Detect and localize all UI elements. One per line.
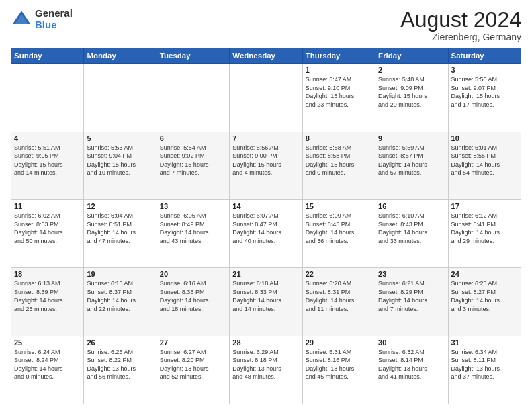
header-monday: Monday <box>84 48 157 64</box>
calendar-cell-w4-d1: 26Sunrise: 6:26 AM Sunset: 8:22 PM Dayli… <box>84 336 157 404</box>
day-info: Sunrise: 5:56 AM Sunset: 9:00 PM Dayligh… <box>232 144 299 177</box>
calendar-cell-w3-d4: 22Sunrise: 6:20 AM Sunset: 8:31 PM Dayli… <box>302 268 375 336</box>
week-row-1: 4Sunrise: 5:51 AM Sunset: 9:05 PM Daylig… <box>11 132 521 199</box>
calendar-cell-w1-d4: 8Sunrise: 5:58 AM Sunset: 8:58 PM Daylig… <box>302 132 375 199</box>
day-number: 17 <box>451 202 518 210</box>
week-row-2: 11Sunrise: 6:02 AM Sunset: 8:53 PM Dayli… <box>11 199 521 267</box>
day-info: Sunrise: 6:04 AM Sunset: 8:51 PM Dayligh… <box>87 212 153 245</box>
day-number: 31 <box>451 338 518 347</box>
calendar-cell-w4-d0: 25Sunrise: 6:24 AM Sunset: 8:24 PM Dayli… <box>11 336 84 404</box>
calendar-cell-w0-d6: 3Sunrise: 5:50 AM Sunset: 9:07 PM Daylig… <box>448 64 521 132</box>
calendar-cell-w4-d2: 27Sunrise: 6:27 AM Sunset: 8:20 PM Dayli… <box>157 336 229 404</box>
page: General Blue August 2024 Zierenberg, Ger… <box>0 0 532 411</box>
day-info: Sunrise: 6:21 AM Sunset: 8:29 PM Dayligh… <box>378 279 445 313</box>
calendar-cell-w2-d2: 13Sunrise: 6:05 AM Sunset: 8:49 PM Dayli… <box>157 199 229 267</box>
day-info: Sunrise: 6:31 AM Sunset: 8:16 PM Dayligh… <box>306 348 372 381</box>
day-info: Sunrise: 6:12 AM Sunset: 8:41 PM Dayligh… <box>451 212 518 245</box>
day-number: 5 <box>87 134 153 142</box>
calendar-cell-w4-d3: 28Sunrise: 6:29 AM Sunset: 8:18 PM Dayli… <box>230 336 302 404</box>
week-row-4: 25Sunrise: 6:24 AM Sunset: 8:24 PM Dayli… <box>11 336 521 404</box>
day-info: Sunrise: 6:13 AM Sunset: 8:39 PM Dayligh… <box>14 279 81 313</box>
day-number: 10 <box>451 134 518 142</box>
week-row-0: 1Sunrise: 5:47 AM Sunset: 9:10 PM Daylig… <box>11 64 521 132</box>
calendar-cell-w2-d1: 12Sunrise: 6:04 AM Sunset: 8:51 PM Dayli… <box>84 199 157 267</box>
calendar-cell-w4-d5: 30Sunrise: 6:32 AM Sunset: 8:14 PM Dayli… <box>375 336 448 404</box>
day-info: Sunrise: 5:54 AM Sunset: 9:02 PM Dayligh… <box>160 144 226 177</box>
day-number: 27 <box>160 338 226 347</box>
header-wednesday: Wednesday <box>230 48 302 64</box>
calendar-cell-w2-d6: 17Sunrise: 6:12 AM Sunset: 8:41 PM Dayli… <box>448 199 521 267</box>
calendar-cell-w0-d5: 2Sunrise: 5:48 AM Sunset: 9:09 PM Daylig… <box>375 64 448 132</box>
week-row-3: 18Sunrise: 6:13 AM Sunset: 8:39 PM Dayli… <box>11 268 521 336</box>
day-info: Sunrise: 6:16 AM Sunset: 8:35 PM Dayligh… <box>160 279 226 313</box>
calendar-cell-w4-d4: 29Sunrise: 6:31 AM Sunset: 8:16 PM Dayli… <box>302 336 375 404</box>
location-subtitle: Zierenberg, Germany <box>400 32 521 42</box>
day-info: Sunrise: 6:15 AM Sunset: 8:37 PM Dayligh… <box>87 279 153 313</box>
day-number: 13 <box>160 202 226 210</box>
day-number: 25 <box>14 338 81 347</box>
day-info: Sunrise: 6:01 AM Sunset: 8:55 PM Dayligh… <box>451 144 518 177</box>
day-info: Sunrise: 6:20 AM Sunset: 8:31 PM Dayligh… <box>306 279 372 313</box>
day-info: Sunrise: 6:29 AM Sunset: 8:18 PM Dayligh… <box>232 348 299 381</box>
day-number: 3 <box>451 66 518 74</box>
day-number: 24 <box>451 270 518 278</box>
day-info: Sunrise: 6:32 AM Sunset: 8:14 PM Dayligh… <box>378 348 445 381</box>
calendar-cell-w3-d5: 23Sunrise: 6:21 AM Sunset: 8:29 PM Dayli… <box>375 268 448 336</box>
day-number: 4 <box>14 134 81 142</box>
calendar-cell-w2-d3: 14Sunrise: 6:07 AM Sunset: 8:47 PM Dayli… <box>230 199 302 267</box>
day-number: 2 <box>378 66 445 74</box>
calendar-cell-w0-d2 <box>157 64 229 132</box>
logo-text: General Blue <box>35 8 73 30</box>
day-info: Sunrise: 6:34 AM Sunset: 8:11 PM Dayligh… <box>451 348 518 381</box>
calendar-cell-w3-d3: 21Sunrise: 6:18 AM Sunset: 8:33 PM Dayli… <box>230 268 302 336</box>
calendar-cell-w1-d1: 5Sunrise: 5:53 AM Sunset: 9:04 PM Daylig… <box>84 132 157 199</box>
calendar-cell-w0-d4: 1Sunrise: 5:47 AM Sunset: 9:10 PM Daylig… <box>302 64 375 132</box>
logo: General Blue <box>11 8 73 30</box>
logo-icon <box>11 9 32 30</box>
day-info: Sunrise: 6:10 AM Sunset: 8:43 PM Dayligh… <box>378 212 445 245</box>
day-number: 30 <box>378 338 445 347</box>
day-info: Sunrise: 5:48 AM Sunset: 9:09 PM Dayligh… <box>378 75 445 109</box>
header-thursday: Thursday <box>302 48 375 64</box>
day-number: 28 <box>232 338 299 347</box>
calendar-cell-w1-d6: 10Sunrise: 6:01 AM Sunset: 8:55 PM Dayli… <box>448 132 521 199</box>
calendar-cell-w3-d0: 18Sunrise: 6:13 AM Sunset: 8:39 PM Dayli… <box>11 268 84 336</box>
day-number: 29 <box>306 338 372 347</box>
calendar-cell-w3-d6: 24Sunrise: 6:23 AM Sunset: 8:27 PM Dayli… <box>448 268 521 336</box>
logo-general-text: General <box>35 8 73 19</box>
calendar-cell-w1-d5: 9Sunrise: 5:59 AM Sunset: 8:57 PM Daylig… <box>375 132 448 199</box>
calendar-cell-w3-d1: 19Sunrise: 6:15 AM Sunset: 8:37 PM Dayli… <box>84 268 157 336</box>
calendar-cell-w1-d0: 4Sunrise: 5:51 AM Sunset: 9:05 PM Daylig… <box>11 132 84 199</box>
calendar-cell-w0-d0 <box>11 64 84 132</box>
day-info: Sunrise: 5:51 AM Sunset: 9:05 PM Dayligh… <box>14 144 81 177</box>
day-info: Sunrise: 5:59 AM Sunset: 8:57 PM Dayligh… <box>378 144 445 177</box>
day-info: Sunrise: 5:53 AM Sunset: 9:04 PM Dayligh… <box>87 144 153 177</box>
header-saturday: Saturday <box>448 48 521 64</box>
day-number: 6 <box>160 134 226 142</box>
day-info: Sunrise: 6:23 AM Sunset: 8:27 PM Dayligh… <box>451 279 518 313</box>
day-number: 15 <box>306 202 372 210</box>
calendar-cell-w2-d4: 15Sunrise: 6:09 AM Sunset: 8:45 PM Dayli… <box>302 199 375 267</box>
day-info: Sunrise: 6:24 AM Sunset: 8:24 PM Dayligh… <box>14 348 81 381</box>
day-number: 20 <box>160 270 226 278</box>
header-tuesday: Tuesday <box>157 48 229 64</box>
calendar-cell-w3-d2: 20Sunrise: 6:16 AM Sunset: 8:35 PM Dayli… <box>157 268 229 336</box>
day-number: 7 <box>232 134 299 142</box>
header: General Blue August 2024 Zierenberg, Ger… <box>11 8 521 42</box>
header-sunday: Sunday <box>11 48 84 64</box>
calendar-cell-w1-d2: 6Sunrise: 5:54 AM Sunset: 9:02 PM Daylig… <box>157 132 229 199</box>
calendar-cell-w4-d6: 31Sunrise: 6:34 AM Sunset: 8:11 PM Dayli… <box>448 336 521 404</box>
day-number: 1 <box>306 66 372 74</box>
day-number: 14 <box>232 202 299 210</box>
header-friday: Friday <box>375 48 448 64</box>
day-info: Sunrise: 5:47 AM Sunset: 9:10 PM Dayligh… <box>306 75 372 109</box>
day-number: 21 <box>232 270 299 278</box>
day-number: 9 <box>378 134 445 142</box>
day-number: 16 <box>378 202 445 210</box>
day-number: 26 <box>87 338 153 347</box>
day-number: 19 <box>87 270 153 278</box>
day-info: Sunrise: 5:50 AM Sunset: 9:07 PM Dayligh… <box>451 75 518 109</box>
day-info: Sunrise: 6:02 AM Sunset: 8:53 PM Dayligh… <box>14 212 81 245</box>
day-info: Sunrise: 6:05 AM Sunset: 8:49 PM Dayligh… <box>160 212 226 245</box>
day-number: 23 <box>378 270 445 278</box>
